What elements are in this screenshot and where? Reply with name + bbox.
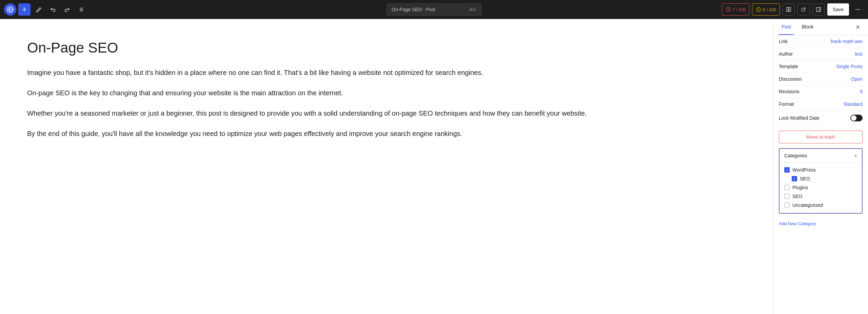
author-label: Author	[779, 51, 793, 57]
category-label-uncategorized: Uncategorized	[792, 202, 823, 208]
svg-point-15	[857, 9, 859, 10]
svg-point-6	[728, 10, 728, 11]
external-link-button[interactable]	[797, 3, 810, 16]
editor-area[interactable]: On-Page SEO Imagine you have a fantastic…	[0, 19, 773, 314]
seo-score-value: 7 / 100	[732, 7, 746, 12]
discussion-label: Discussion	[779, 76, 802, 82]
svg-rect-12	[816, 7, 821, 12]
categories-chevron-icon: ∧	[854, 153, 857, 158]
category-checkbox-plugins[interactable]	[784, 185, 790, 190]
category-label-seo-sub: SEO	[800, 176, 810, 181]
wp-logo[interactable]	[4, 3, 16, 16]
edit-mode-button[interactable]	[33, 3, 45, 16]
author-meta-row: Author test	[779, 48, 863, 60]
readability-score-value: 0 / 100	[763, 7, 776, 12]
search-bar-title: On-Page SEO · Post	[392, 7, 435, 12]
more-options-button[interactable]	[852, 3, 864, 16]
categories-list: WordPress SEO Plugins S	[780, 162, 862, 213]
category-checkbox-seo[interactable]	[784, 194, 790, 199]
tab-post[interactable]: Post	[779, 19, 794, 35]
svg-point-14	[856, 9, 857, 10]
format-meta-row: Format Standard	[779, 98, 863, 111]
lock-modified-toggle[interactable]	[850, 115, 863, 121]
lock-modified-row: Lock Modified Date	[773, 111, 868, 126]
category-label-plugins: Plugins	[792, 185, 808, 190]
undo-button[interactable]	[47, 3, 59, 16]
paragraph-2[interactable]: On-page SEO is the key to changing that …	[27, 87, 746, 98]
toolbar-left: +	[4, 3, 87, 16]
discussion-value[interactable]: Open	[851, 76, 863, 82]
category-item-seo-sub: SEO	[784, 174, 857, 183]
template-value[interactable]: Single Posts	[836, 64, 863, 69]
category-label-wordpress: WordPress	[792, 167, 816, 173]
list-view-button[interactable]	[75, 3, 87, 16]
post-meta-section: Link frank-math-seo Author test Template…	[773, 35, 868, 111]
template-label: Template	[779, 64, 798, 69]
categories-wrapper: Categories ∧ WordPress SEO	[773, 148, 868, 219]
category-item-plugins: Plugins	[784, 183, 857, 192]
categories-header[interactable]: Categories ∧	[780, 149, 862, 162]
settings-sidebar: Post Block Link frank-math-seo Author te…	[773, 19, 868, 314]
format-value[interactable]: Standard	[843, 101, 863, 107]
paragraph-1[interactable]: Imagine you have a fantastic shop, but i…	[27, 67, 746, 78]
category-item-uncategorized: Uncategorized	[784, 201, 857, 210]
category-item-seo: SEO	[784, 192, 857, 201]
toolbar-center: On-Page SEO · Post ⌘K	[387, 3, 481, 16]
svg-rect-11	[789, 7, 791, 12]
sidebar-close-button[interactable]	[853, 22, 863, 32]
paragraph-4[interactable]: By the end of this guide, you'll have al…	[27, 128, 746, 139]
format-label: Format	[779, 101, 794, 107]
post-body: Imagine you have a fantastic shop, but i…	[27, 67, 746, 139]
tab-block[interactable]: Block	[799, 19, 816, 35]
save-button[interactable]: Save	[827, 3, 849, 16]
add-block-button[interactable]: +	[18, 3, 31, 16]
add-new-category-link[interactable]: Add New Category	[773, 219, 868, 231]
sidebar-tab-bar: Post Block	[773, 19, 868, 35]
revisions-label: Revisions	[779, 89, 800, 94]
readability-score-badge[interactable]: 0 / 100	[752, 3, 780, 16]
post-title[interactable]: On-Page SEO	[27, 39, 746, 56]
seo-score-badge[interactable]: 7 / 100	[722, 3, 750, 16]
category-checkbox-seo-sub[interactable]	[792, 176, 797, 181]
link-label: Link	[779, 39, 788, 44]
redo-button[interactable]	[61, 3, 73, 16]
categories-panel: Categories ∧ WordPress SEO	[779, 148, 863, 214]
link-meta-row: Link frank-math-seo	[779, 35, 863, 48]
revisions-meta-row: Revisions 9	[779, 85, 863, 98]
link-value[interactable]: frank-math-seo	[831, 39, 863, 44]
move-to-trash-button[interactable]: Move to trash	[779, 131, 863, 143]
svg-point-9	[758, 10, 759, 11]
sidebar-toggle-button[interactable]	[812, 3, 825, 16]
revisions-value[interactable]: 9	[860, 89, 863, 94]
main-layout: On-Page SEO Imagine you have a fantastic…	[0, 19, 868, 314]
author-value[interactable]: test	[855, 51, 863, 57]
discussion-meta-row: Discussion Open	[779, 73, 863, 85]
svg-rect-10	[787, 7, 788, 12]
category-label-seo: SEO	[792, 194, 803, 199]
categories-title: Categories	[784, 153, 807, 158]
paragraph-3[interactable]: Whether you're a seasoned marketer or ju…	[27, 108, 746, 119]
lock-modified-label: Lock Modified Date	[779, 115, 820, 121]
category-checkbox-uncategorized[interactable]	[784, 202, 790, 208]
search-bar-shortcut: ⌘K	[469, 7, 476, 12]
command-palette-trigger[interactable]: On-Page SEO · Post ⌘K	[387, 3, 481, 16]
toolbar: + On-Page SEO · Post ⌘K 7 / 100 0 / 100	[0, 0, 868, 19]
svg-point-16	[859, 9, 860, 10]
category-checkbox-wordpress[interactable]	[784, 167, 790, 173]
toolbar-right: 7 / 100 0 / 100 Save	[722, 3, 864, 16]
view-mode-button[interactable]	[783, 3, 795, 16]
template-meta-row: Template Single Posts	[779, 60, 863, 73]
category-item-wordpress: WordPress	[784, 165, 857, 174]
